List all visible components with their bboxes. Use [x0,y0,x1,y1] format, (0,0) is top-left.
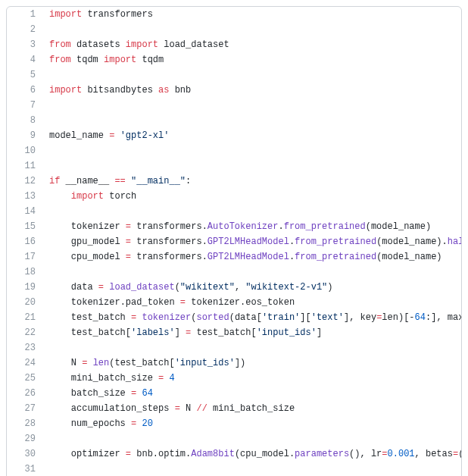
code-line: 8​ [7,113,462,128]
line-code[interactable]: gpu_model = transformers.GPT2LMHeadModel… [43,234,462,249]
line-code[interactable]: ​ [43,265,462,280]
line-number: 13 [7,189,43,204]
line-code[interactable]: tokenizer = transformers.AutoTokenizer.f… [43,219,462,234]
line-code[interactable]: ​ [43,143,462,158]
line-code[interactable]: ​ [43,340,462,355]
line-code[interactable]: if __name__ == "__main__": [43,174,462,189]
line-code[interactable]: ​ [43,98,462,113]
line-code[interactable]: import torch [43,189,462,204]
line-number: 29 [7,431,43,446]
line-number: 18 [7,265,43,280]
code-line: 22 test_batch['labels'] = test_batch['in… [7,325,462,340]
line-code[interactable]: data = load_dataset("wikitext", "wikitex… [43,280,462,295]
code-line: 4from tqdm import tqdm [7,52,462,67]
code-line: 20 tokenizer.pad_token = tokenizer.eos_t… [7,295,462,310]
line-code[interactable]: optimizer = bnb.optim.Adam8bit(cpu_model… [43,446,462,462]
code-line: 25 mini_batch_size = 4 [7,371,462,386]
line-code[interactable]: from tqdm import tqdm [43,52,462,67]
code-line: 7​ [7,98,462,113]
code-line: 23​ [7,340,462,355]
code-line: 30 optimizer = bnb.optim.Adam8bit(cpu_mo… [7,446,462,462]
line-number: 14 [7,204,43,219]
code-table: 1import transformers2​3from datasets imp… [7,7,462,476]
line-code[interactable]: N = len(test_batch['input_ids']) [43,355,462,371]
line-number: 2 [7,22,43,37]
line-number: 12 [7,174,43,189]
line-number: 4 [7,52,43,67]
line-number: 31 [7,462,43,476]
line-number: 9 [7,128,43,143]
line-number: 15 [7,219,43,234]
code-line: 24 N = len(test_batch['input_ids']) [7,355,462,371]
line-code[interactable]: accumulation_steps = N // mini_batch_siz… [43,401,462,416]
line-code[interactable]: ​ [43,431,462,446]
line-number: 27 [7,401,43,416]
code-line: 1import transformers [7,7,462,22]
line-number: 24 [7,355,43,371]
line-number: 25 [7,371,43,386]
code-line: 28 num_epochs = 20 [7,416,462,431]
code-line: 31​ [7,462,462,476]
line-number: 1 [7,7,43,22]
line-number: 10 [7,143,43,158]
line-number: 19 [7,280,43,295]
code-line: 12if __name__ == "__main__": [7,174,462,189]
line-code[interactable]: import bitsandbytes as bnb [43,83,462,98]
line-code[interactable]: ​ [43,462,462,476]
line-code[interactable]: tokenizer.pad_token = tokenizer.eos_toke… [43,295,462,310]
code-body: 1import transformers2​3from datasets imp… [7,7,462,476]
line-code[interactable]: ​ [43,113,462,128]
code-line: 6import bitsandbytes as bnb [7,83,462,98]
code-line: 10​ [7,143,462,158]
line-number: 7 [7,98,43,113]
code-line: 9model_name = 'gpt2-xl' [7,128,462,143]
line-number: 26 [7,386,43,401]
line-code[interactable]: num_epochs = 20 [43,416,462,431]
line-number: 11 [7,158,43,174]
line-code[interactable]: ​ [43,158,462,174]
code-line: 18​ [7,265,462,280]
line-number: 30 [7,446,43,462]
code-line: 16 gpu_model = transformers.GPT2LMHeadMo… [7,234,462,249]
line-number: 6 [7,83,43,98]
line-number: 3 [7,37,43,52]
line-code[interactable]: ​ [43,204,462,219]
code-line: 15 tokenizer = transformers.AutoTokenize… [7,219,462,234]
line-number: 28 [7,416,43,431]
code-line: 14​ [7,204,462,219]
code-line: 5​ [7,67,462,83]
line-number: 22 [7,325,43,340]
line-code[interactable]: test_batch = tokenizer(sorted(data['trai… [43,310,462,325]
line-code[interactable]: mini_batch_size = 4 [43,371,462,386]
line-number: 21 [7,310,43,325]
line-code[interactable]: model_name = 'gpt2-xl' [43,128,462,143]
code-line: 21 test_batch = tokenizer(sorted(data['t… [7,310,462,325]
code-line: 19 data = load_dataset("wikitext", "wiki… [7,280,462,295]
line-number: 20 [7,295,43,310]
line-code[interactable]: batch_size = 64 [43,386,462,401]
code-line: 26 batch_size = 64 [7,386,462,401]
line-code[interactable]: cpu_model = transformers.GPT2LMHeadModel… [43,249,462,265]
line-number: 16 [7,234,43,249]
code-line: 3from datasets import load_dataset [7,37,462,52]
line-number: 5 [7,67,43,83]
line-number: 23 [7,340,43,355]
code-line: 29​ [7,431,462,446]
line-code[interactable]: test_batch['labels'] = test_batch['input… [43,325,462,340]
line-number: 8 [7,113,43,128]
line-number: 17 [7,249,43,265]
line-code[interactable]: ​ [43,22,462,37]
code-block: 1import transformers2​3from datasets imp… [6,6,462,476]
line-code[interactable]: from datasets import load_dataset [43,37,462,52]
code-line: 11​ [7,158,462,174]
code-line: 2​ [7,22,462,37]
line-code[interactable]: import transformers [43,7,462,22]
code-line: 27 accumulation_steps = N // mini_batch_… [7,401,462,416]
line-code[interactable]: ​ [43,67,462,83]
code-line: 13 import torch [7,189,462,204]
code-line: 17 cpu_model = transformers.GPT2LMHeadMo… [7,249,462,265]
